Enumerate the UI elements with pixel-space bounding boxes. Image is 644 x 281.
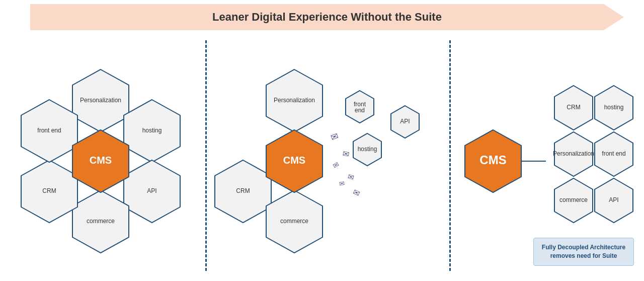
banner-title: Leaner Digital Experience Without the Su… xyxy=(212,11,442,24)
scatter-icon-5: ✉ xyxy=(339,179,345,188)
label-frontend: front end xyxy=(37,127,61,134)
section-1: Personalization hosting API commerce CRM… xyxy=(15,35,201,281)
s2-label-hosting: hosting xyxy=(358,146,377,153)
s2-label-personalization: Personalization xyxy=(274,97,315,104)
s3-label-frontend: front end xyxy=(602,150,625,157)
s2-label-api: API xyxy=(400,118,410,125)
label-personalization: Personalization xyxy=(80,97,121,104)
s2-label-commerce: commerce xyxy=(280,218,308,225)
s2-label-crm: CRM xyxy=(236,187,250,194)
arrow-banner: Leaner Digital Experience Without the Su… xyxy=(30,4,624,30)
scatter-icon-2: ✉ xyxy=(342,149,350,159)
s3-label-hosting: hosting xyxy=(604,104,624,111)
s3-label-commerce: commerce xyxy=(559,196,588,203)
section2-cluster: Personalization CRM commerce CMS front e… xyxy=(211,35,438,247)
label-hosting: hosting xyxy=(142,127,162,134)
section-3: CMS CRM Personalization hosting front en… xyxy=(458,35,639,281)
note-box: Fully Decoupled Architecture removes nee… xyxy=(533,238,634,266)
label-commerce: commerce xyxy=(87,218,115,225)
s3-label-personalization: Personalization xyxy=(553,150,594,157)
s2-label-cms: CMS xyxy=(283,155,305,166)
divider-2 xyxy=(449,40,451,271)
label-crm: CRM xyxy=(42,187,56,194)
divider-1 xyxy=(205,40,207,271)
scatter-icon-4: ✉ xyxy=(347,172,355,182)
section-2: Personalization CRM commerce CMS front e… xyxy=(211,35,443,281)
s2-label-frontend2: end xyxy=(355,107,365,114)
label-api: API xyxy=(147,187,156,194)
s3-label-crm: CRM xyxy=(567,104,580,111)
s3-label-api: API xyxy=(609,196,618,203)
scatter-icon-1: ✉ xyxy=(330,131,340,143)
s3-label-cms: CMS xyxy=(479,153,506,167)
section1-cluster: Personalization hosting API commerce CRM… xyxy=(15,35,186,247)
note-text: Fully Decoupled Architecture removes nee… xyxy=(542,244,625,259)
label-cms: CMS xyxy=(90,155,112,166)
scatter-icon-6: ✉ xyxy=(352,187,361,198)
scatter-icon-3: ✉ xyxy=(332,160,341,170)
section3-cluster: CMS CRM Personalization hosting front en… xyxy=(458,35,634,247)
